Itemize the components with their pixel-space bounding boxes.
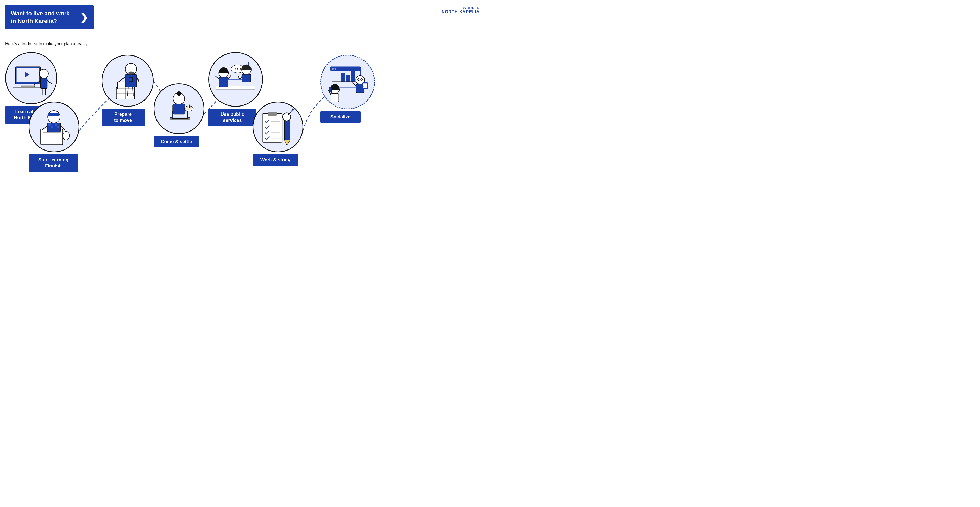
svg-point-74 [332,68,334,70]
svg-line-32 [118,77,125,82]
svg-point-59 [239,76,242,79]
svg-rect-90 [363,83,368,89]
svg-rect-22 [51,126,53,128]
svg-line-55 [216,76,219,80]
step-finnish-label[interactable]: Start learningFinnish [29,155,78,172]
brand-line2: NORTH KARELIA [442,10,480,14]
svg-rect-3 [21,85,35,87]
svg-rect-31 [129,77,132,81]
svg-rect-77 [346,75,350,81]
banner-title: Want to live and work in North Karelia? [11,10,76,25]
step-finnish[interactable]: Start learningFinnish [29,102,80,172]
svg-rect-78 [351,71,355,81]
brand-logo: WORK IN NORTH KARELIA [442,6,480,14]
svg-rect-42 [173,104,185,114]
svg-line-35 [132,87,133,96]
svg-marker-68 [285,140,290,146]
svg-point-5 [39,69,48,78]
svg-rect-21 [48,124,51,126]
step-prepare[interactable]: Prepareto move [102,55,154,126]
svg-line-8 [47,80,52,84]
svg-point-15 [63,131,70,140]
svg-rect-58 [242,75,251,82]
step-socialize-label[interactable]: Socialize [320,112,361,123]
svg-rect-17 [48,113,60,116]
svg-point-52 [240,69,241,70]
step-prepare-circle [102,55,154,107]
svg-rect-23 [55,124,57,126]
svg-rect-54 [219,77,228,87]
subtitle-text: Here's a to-do list to make your plan a … [5,41,89,46]
step-work-label[interactable]: Work & study [253,155,298,166]
svg-point-41 [177,91,181,96]
banner-arrow-icon: ❯ [80,12,88,23]
diagram-area: Learn aboutNorth Karelia [0,49,490,254]
step-socialize-circle [320,55,375,109]
svg-line-70 [288,110,292,115]
step-learn-circle [5,52,57,104]
step-come-circle [154,83,204,134]
svg-point-75 [334,68,336,70]
step-work[interactable]: Work & study [253,102,303,166]
svg-rect-62 [268,112,277,116]
brand-line1: WORK IN [442,6,480,10]
step-prepare-label[interactable]: Prepareto move [102,109,145,126]
step-public-circle [208,52,263,107]
svg-point-16 [48,111,60,123]
svg-point-50 [235,69,235,70]
svg-point-51 [237,69,238,70]
step-come-label[interactable]: Come & settle [154,136,199,147]
step-come[interactable]: Come & settle [154,83,204,147]
svg-rect-4 [13,87,40,88]
svg-point-71 [292,108,294,111]
step-public-label[interactable]: Use publicservices [208,109,256,126]
svg-rect-82 [329,88,332,92]
svg-rect-6 [40,78,47,88]
header-banner[interactable]: Want to live and work in North Karelia? … [5,5,94,29]
svg-rect-24 [57,126,60,128]
svg-rect-76 [341,73,345,81]
svg-point-36 [128,71,134,75]
svg-rect-81 [331,94,339,102]
svg-line-34 [127,87,128,96]
step-socialize[interactable]: Socialize [320,55,375,123]
svg-point-69 [283,113,291,121]
step-finnish-circle [29,102,80,152]
svg-line-33 [137,77,139,82]
step-work-circle [253,102,303,152]
svg-point-44 [185,107,192,110]
